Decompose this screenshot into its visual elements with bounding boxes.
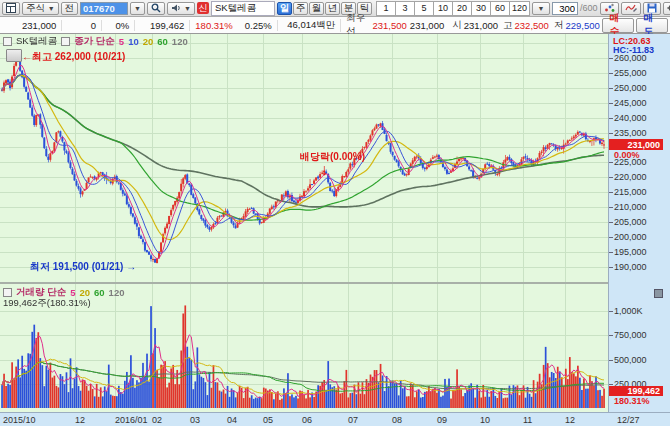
interval-button-60[interactable]: 60 bbox=[490, 1, 510, 16]
date-tick-label: 2015/10 bbox=[3, 415, 36, 425]
legend-checkbox[interactable] bbox=[3, 288, 12, 297]
stock-code-input[interactable] bbox=[80, 2, 128, 15]
interval-button-20[interactable]: 20 bbox=[452, 1, 472, 16]
volume-ratio: 180.31% bbox=[190, 20, 238, 31]
stock-chart-canvas[interactable] bbox=[0, 34, 608, 412]
low-annotation: 최저 191,500 (01/21) → bbox=[30, 260, 136, 274]
window-icon[interactable] bbox=[2, 2, 20, 15]
trade-amount: 46,014백만 bbox=[278, 19, 342, 32]
date-tick-label: 12 bbox=[565, 415, 575, 425]
tick-mark bbox=[609, 311, 613, 312]
legend-stock-name: SK텔레콤 bbox=[16, 35, 57, 48]
volume-tick-label: 750,000 bbox=[614, 330, 647, 340]
date-tick-label: 09 bbox=[437, 415, 447, 425]
date-tick-label: 08 bbox=[392, 415, 402, 425]
current-price-pct: 0.00% bbox=[614, 150, 640, 160]
volume-value: 199,462 bbox=[135, 20, 190, 31]
period-button-일[interactable]: 일 bbox=[277, 2, 292, 15]
high-annotation: ←최고 262,000 (10/21) bbox=[22, 50, 125, 64]
interval-button-1[interactable]: 1 bbox=[376, 1, 396, 16]
tick-mark bbox=[609, 133, 613, 134]
ma120-label: 120 bbox=[172, 36, 188, 47]
volume-tick-label: 500,000 bbox=[614, 355, 647, 365]
interval-button-10[interactable]: 10 bbox=[433, 1, 453, 16]
ma20-label: 20 bbox=[143, 36, 154, 47]
current-price-marker: 231,000 bbox=[609, 139, 663, 150]
interval-button-3[interactable]: 3 bbox=[395, 1, 415, 16]
gear-icon[interactable] bbox=[663, 2, 670, 15]
tick-mark bbox=[609, 360, 613, 361]
tick-mark bbox=[609, 252, 613, 253]
date-tick-label: 03 bbox=[190, 415, 200, 425]
current-price: 231,000 bbox=[2, 20, 62, 31]
interval-button-120[interactable]: 120 bbox=[509, 1, 530, 16]
tick-mark bbox=[609, 162, 613, 163]
price-tick-label: 245,000 bbox=[614, 98, 647, 108]
chart-mini-toolbar[interactable] bbox=[6, 49, 22, 62]
tick-mark bbox=[609, 335, 613, 336]
open-label: 시 bbox=[447, 19, 464, 32]
price-tick-label: 215,000 bbox=[614, 187, 647, 197]
speaker-icon[interactable]: ▼ bbox=[167, 2, 195, 15]
tick-mark bbox=[609, 384, 613, 385]
date-axis: 2015/10122016/010203040506070809101112 1… bbox=[0, 412, 670, 426]
right-arrow-icon: → bbox=[126, 261, 136, 272]
current-volume-marker: 199,462 bbox=[609, 386, 663, 396]
date-tick-label: 05 bbox=[263, 415, 273, 425]
buy-button[interactable]: 매수 bbox=[602, 18, 634, 33]
tick-mark bbox=[609, 222, 613, 223]
ma5-label: 5 bbox=[119, 36, 124, 47]
price-tick-label: 240,000 bbox=[614, 113, 647, 123]
period-button-주[interactable]: 주 bbox=[293, 2, 308, 15]
search-icon[interactable] bbox=[147, 2, 165, 15]
chevron-down-icon: ▼ bbox=[184, 5, 191, 12]
current-volume-pct: 180.31% bbox=[614, 396, 650, 406]
period-button-월[interactable]: 월 bbox=[309, 2, 324, 15]
left-arrow-icon: ← bbox=[22, 51, 32, 62]
asset-type-label: 주식 bbox=[26, 2, 45, 15]
interval-button-30[interactable]: 30 bbox=[471, 1, 491, 16]
price-tick-label: 205,000 bbox=[614, 217, 647, 227]
price-tick-label: 255,000 bbox=[614, 68, 647, 78]
tick-mark bbox=[609, 118, 613, 119]
legend-ma-type: 종가 단순 bbox=[74, 35, 115, 48]
date-tick-label: 10 bbox=[480, 415, 490, 425]
price-chart-legend: SK텔레콤 종가 단순 5 10 20 60 120 bbox=[3, 35, 188, 48]
date-tick-label: 2016/01 bbox=[115, 415, 148, 425]
stock-name-field[interactable]: SK텔레콤 bbox=[211, 1, 275, 16]
down-arrow-icon: ↓ bbox=[320, 161, 328, 179]
price-tick-label: 220,000 bbox=[614, 172, 647, 182]
chevron-down-icon: ▼ bbox=[538, 5, 545, 12]
date-tick-label: 12 bbox=[75, 415, 85, 425]
tick-mark bbox=[609, 177, 613, 178]
candle-count-total: /600 bbox=[580, 3, 598, 13]
price-tick-label: 210,000 bbox=[614, 202, 647, 212]
price-tick-label: 250,000 bbox=[614, 83, 647, 93]
chevron-down-icon: ▼ bbox=[134, 5, 141, 12]
high-price: 232,500 bbox=[515, 20, 549, 31]
code-dropdown-button[interactable]: ▼ bbox=[130, 2, 145, 15]
tick-mark bbox=[609, 88, 613, 89]
price-tick-label: 235,000 bbox=[614, 128, 647, 138]
panel-collapse-button[interactable] bbox=[654, 289, 663, 298]
candle-count-input[interactable] bbox=[552, 2, 578, 15]
price-tick-label: 190,000 bbox=[614, 262, 647, 272]
price-tick-label: 260,000 bbox=[614, 53, 647, 63]
interval-dropdown[interactable]: ▼ bbox=[532, 2, 550, 15]
best-bid: 231,000 bbox=[407, 20, 447, 31]
chevron-down-icon: ▼ bbox=[48, 5, 55, 12]
sell-button[interactable]: 매도 bbox=[636, 18, 668, 33]
date-tick-label: 06 bbox=[302, 415, 312, 425]
low-price: 229,500 bbox=[565, 20, 599, 31]
period-button-년[interactable]: 년 bbox=[325, 2, 340, 15]
high-label: 고 bbox=[498, 19, 515, 32]
legend-checkbox[interactable] bbox=[3, 37, 12, 46]
legend-checkbox[interactable] bbox=[61, 37, 70, 46]
jeon-button[interactable]: 전 bbox=[61, 2, 79, 15]
last-date-label: 12/27 bbox=[617, 415, 640, 425]
tick-mark bbox=[609, 267, 613, 268]
open-price: 231,000 bbox=[464, 20, 498, 31]
chart-area: SK텔레콤 종가 단순 5 10 20 60 120 ←최고 262,000 (… bbox=[0, 34, 670, 426]
interval-button-5[interactable]: 5 bbox=[414, 1, 434, 16]
asset-type-select[interactable]: 주식 ▼ bbox=[22, 2, 59, 15]
